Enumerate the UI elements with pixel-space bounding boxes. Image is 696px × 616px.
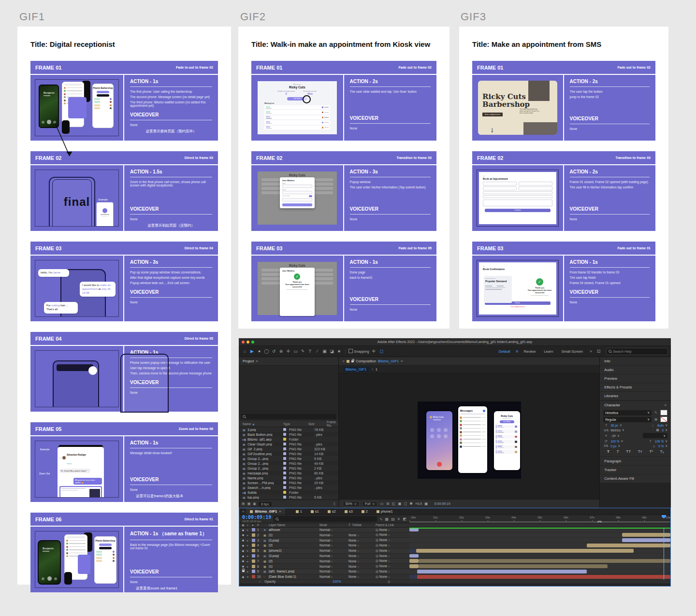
back-icon[interactable]: ←	[483, 264, 552, 267]
layer-bar-row[interactable]	[409, 532, 670, 538]
snapping-checkbox[interactable]	[348, 349, 353, 353]
shape-tool-icon[interactable]: ▭	[292, 349, 299, 354]
file-row[interactable]: ▤Screen ...PM.png PNG file20 KB	[239, 480, 338, 485]
graph-editor-icon[interactable]: ◩	[403, 517, 406, 521]
phone-input[interactable]	[282, 191, 312, 194]
file-row[interactable]: ▤message.png PNG file80 KB	[239, 471, 338, 475]
extra-input[interactable]	[282, 198, 312, 201]
resolution-select[interactable]: Full∨	[362, 501, 377, 507]
layer-bar-row[interactable]	[409, 559, 670, 564]
panel-icon[interactable]: ⊡	[595, 349, 602, 354]
waitlist-row[interactable]	[264, 126, 330, 129]
stroke-style-select[interactable]: ∨	[643, 433, 667, 438]
timeline-columns-header[interactable]: ◉◐●# Layer Name Mode T TrkMat Parent & L…	[239, 523, 670, 528]
layer-row-9[interactable]: ▸ 9▤ [gif1_frame1.png] Normal ∨None ∨ ◎ …	[239, 569, 409, 574]
breadcrumb-item[interactable]: 1	[376, 367, 377, 372]
type-tool-icon[interactable]: T	[307, 349, 313, 354]
waitlist-row[interactable]	[264, 110, 330, 114]
layer-bar-row[interactable]	[409, 554, 670, 559]
home-icon[interactable]: ⌂	[242, 349, 248, 354]
form-input[interactable]	[519, 182, 552, 186]
comp-pin-phone1[interactable]: phone1	[377, 509, 393, 514]
layer-row-2[interactable]: ◉ ▸ 2▦ [1] Normal ∨None ∨ ◎ None ∨	[239, 532, 409, 538]
tracking-value[interactable]: 0	[662, 429, 664, 432]
file-row[interactable]: ▤Group 2...png PNG file2 KB	[239, 466, 338, 471]
close-tab-icon[interactable]: ×	[242, 509, 244, 514]
layer-row-8[interactable]: ◉ ▸ 8▦ [1] Normal ∨None ∨ ◎ None ∨	[239, 564, 409, 569]
brush-tool-icon[interactable]: ∕	[314, 349, 320, 354]
timeline-scrollbar[interactable]	[239, 584, 670, 586]
project-search-input[interactable]	[241, 414, 336, 419]
time-select[interactable]	[519, 186, 552, 190]
layer-bar-row[interactable]	[409, 574, 670, 580]
cancel-appointment-link[interactable]: Cancel Appointment	[483, 306, 552, 308]
comp-pin-2[interactable]: 2	[362, 509, 368, 514]
kerning-value[interactable]: Metrics	[610, 429, 621, 432]
panel-effects-presets[interactable]: Effects & Presets	[600, 383, 671, 391]
footer-icon[interactable]: ▤	[242, 502, 245, 506]
hand-tool-icon[interactable]: ●	[256, 349, 262, 354]
layer-bar-row[interactable]	[409, 538, 670, 543]
breadcrumb[interactable]: Blismo_GIF1	[343, 367, 369, 372]
grid-icon[interactable]: ⊞	[386, 501, 390, 506]
vertical-scale-value[interactable]: 100 %	[610, 440, 619, 443]
workspace-learn[interactable]: Learn	[544, 349, 553, 354]
channels-icon[interactable]: ✱	[409, 501, 413, 506]
file-row[interactable]: ▸▮Solids Folder	[239, 490, 338, 495]
panel-paragraph[interactable]: Paragraph	[600, 457, 671, 465]
opacity-value[interactable]: 100%	[333, 580, 341, 583]
workspace-default[interactable]: Default	[499, 349, 510, 354]
safe-margins-icon[interactable]: ▭	[380, 501, 384, 506]
exposure-value[interactable]: +0.0	[415, 502, 422, 505]
panel-libraries[interactable]: Libraries	[600, 392, 671, 400]
confirm-button[interactable]: Confirm	[485, 209, 551, 212]
submit-button[interactable]	[282, 203, 312, 206]
date-input[interactable]	[483, 186, 517, 190]
frame-blending-icon[interactable]: ▤	[391, 517, 395, 521]
composition-tab-label[interactable]: Composition	[356, 359, 376, 363]
composition-mini-flowchart-icon[interactable]: ∿	[379, 517, 383, 521]
snapshot-icon[interactable]: ▣	[424, 501, 428, 506]
file-row[interactable]: ▤Back Button.png PNG file..ytes	[239, 432, 338, 437]
work-area-bar[interactable]: ◂	[409, 521, 670, 523]
search-help-input[interactable]: Search Help	[606, 348, 668, 355]
timeline-search-input[interactable]	[274, 516, 377, 522]
file-row[interactable]: ▤Gif_2.png PNG file323 KB	[239, 446, 338, 451]
stamp-tool-icon[interactable]: ▣	[321, 349, 328, 354]
panel-menu-icon[interactable]: ≡	[256, 359, 258, 363]
work-area-marker[interactable]: ◂	[597, 521, 602, 523]
layer-row-7[interactable]: ◉ ▸ 7▦ [2] Normal ∨None ∨ ◎ None ∨	[239, 559, 409, 564]
font-style-select[interactable]: Regular∨	[603, 417, 652, 422]
file-row[interactable]: ▸▮Blismo_gif1.aep Folder	[239, 437, 338, 442]
layer-row-6[interactable]: ◉ ▸ 6▤ [3.png] Normal ∨None ∨ ◎ None ∨	[239, 554, 409, 559]
panel-audio[interactable]: Audio	[600, 366, 671, 374]
waitlist-row[interactable]	[264, 120, 330, 124]
tsume-value[interactable]: 0 %	[658, 444, 664, 448]
draft-3d-icon[interactable]: ▦	[385, 517, 389, 521]
horizontal-scale-value[interactable]: 100 %	[655, 440, 664, 443]
project-tab[interactable]: Project	[243, 359, 254, 363]
font-family-select[interactable]: Helvetica∨	[603, 410, 652, 415]
file-row[interactable]: ▤top.png PNG file5 KB	[239, 495, 338, 500]
eyedropper-icon[interactable]: ✎	[653, 411, 659, 415]
form-input[interactable]	[483, 182, 517, 186]
file-row[interactable]: ▤GIF2outline.png PNG file14 KB	[239, 451, 338, 456]
font-size-value[interactable]: 36 px	[610, 424, 618, 427]
workspace-review[interactable]: Review	[524, 349, 536, 354]
layer-bar-row[interactable]	[409, 548, 670, 554]
back-icon[interactable]: ←	[483, 174, 552, 177]
notes-textarea[interactable]	[483, 200, 552, 206]
panel-info[interactable]: Info	[600, 357, 671, 365]
rotation-tool-icon[interactable]: ↺	[271, 349, 277, 354]
panel-menu-icon[interactable]: ≡	[401, 359, 403, 363]
join-now-button[interactable]: Join Now	[287, 97, 307, 100]
layer-bars[interactable]	[409, 528, 670, 580]
trash-icon[interactable]: ▯	[334, 502, 335, 506]
layer-row-4[interactable]: ◉ ▸ 4▦ [2] Normal ∨None ∨ ◎ None ∨	[239, 543, 409, 548]
file-row[interactable]: ▤Clear Glyph.png PNG file..ytes	[239, 442, 338, 446]
service-select[interactable]	[483, 191, 552, 194]
pan-behind-tool-icon[interactable]: ✛	[285, 349, 291, 354]
name-input[interactable]	[282, 185, 312, 188]
comp-pin-1[interactable]: 1	[296, 509, 302, 514]
file-row[interactable]: ▤Search ...h.png PNG file..ytes	[239, 485, 338, 490]
